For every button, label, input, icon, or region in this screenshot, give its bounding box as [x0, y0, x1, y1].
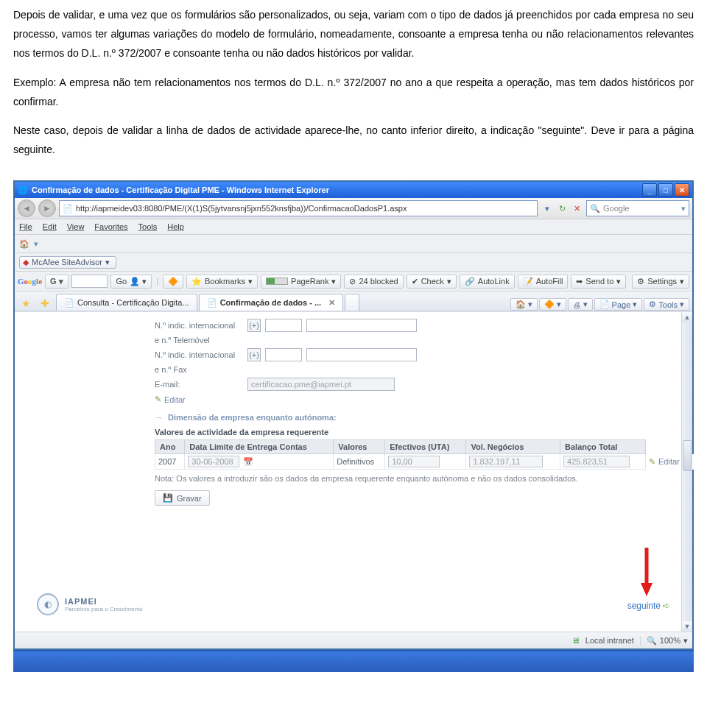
links-dropdown-icon[interactable]: ▾: [34, 239, 38, 249]
google-bookmarks-button[interactable]: ⭐ Bookmarks ▾: [186, 275, 258, 289]
input-indic-1[interactable]: [265, 319, 302, 332]
url-dropdown-icon[interactable]: ▾: [541, 202, 554, 215]
subhead-valores: Valores de actividade da empresa requere…: [155, 428, 685, 437]
google-sendto-button[interactable]: ➡ Send to ▾: [571, 275, 626, 289]
iapmei-name: IAPMEI: [65, 597, 143, 606]
activity-table: Ano Data Limite de Entrega Contas Valore…: [155, 439, 707, 470]
command-bar: 🏠 🔶 🖨 📄 Page ⚙ Tools: [510, 298, 689, 311]
input-vneg[interactable]: 1.832.197,11: [469, 456, 543, 467]
plus-icon[interactable]: (+): [247, 319, 261, 332]
google-feed-button[interactable]: 🔶: [163, 275, 183, 289]
cell-efectivos: 10,00: [385, 454, 466, 470]
plus-icon[interactable]: (+): [247, 348, 261, 361]
google-autofill-button[interactable]: 📝 AutoFill: [518, 275, 569, 289]
editar-link-1[interactable]: ✎ Editar: [155, 395, 186, 404]
input-fax[interactable]: [306, 348, 417, 361]
tab-confirmacao[interactable]: 📄 Confirmação de dados - ... ✕: [199, 294, 344, 311]
search-dropdown-icon[interactable]: ▾: [681, 204, 686, 213]
zoom-icon: 🔍: [647, 636, 657, 646]
menu-file[interactable]: File: [19, 222, 32, 231]
zoom-control[interactable]: 🔍 100% ▾: [640, 636, 688, 646]
google-toolbar: Google G ▾ Go 👤 ▾ | 🔶 ⭐ Bookmarks ▾ Page…: [15, 272, 692, 291]
input-efectivos[interactable]: 10,00: [388, 456, 440, 467]
seguinte-link[interactable]: seguinte ➪: [627, 601, 670, 611]
col-valores: Valores: [334, 440, 385, 454]
document-body: Depois de validar, e uma vez que os form…: [0, 0, 707, 180]
col-balanco: Balanço Total: [560, 440, 646, 454]
iapmei-logo-icon: ◐: [37, 593, 59, 615]
url-text: http://iapmeidev03:8080/PME/(X(1)S(5jytv…: [76, 204, 407, 213]
tab-page-icon: 📄: [64, 298, 74, 308]
refresh-button[interactable]: ↻: [555, 202, 569, 215]
google-pagerank-button[interactable]: PageRank ▾: [261, 275, 341, 289]
home-shortcut-icon[interactable]: 🏠: [19, 239, 29, 249]
stop-button[interactable]: ✕: [570, 202, 583, 215]
google-autolink-button[interactable]: 🔗 AutoLink: [460, 275, 515, 289]
scroll-down-button[interactable]: ▼: [682, 621, 692, 632]
back-button[interactable]: ◄: [18, 199, 35, 217]
label-telemovel: e n.º Telemóvel: [155, 336, 243, 344]
label-indic-1: N.º indic. internacional: [155, 321, 243, 330]
row-fax-indic: N.º indic. internacional (+): [155, 347, 685, 362]
label-email: E-mail:: [155, 380, 243, 389]
seguinte-label: seguinte: [627, 601, 661, 611]
google-search-input[interactable]: [71, 275, 108, 288]
minimize-button[interactable]: _: [642, 183, 657, 197]
row-telemovel: e n.º Telemóvel: [155, 333, 685, 347]
new-tab-button[interactable]: [345, 294, 359, 311]
menu-help[interactable]: Help: [167, 222, 184, 231]
feeds-button[interactable]: 🔶: [539, 298, 566, 311]
title-bar: 🌐 Confirmação de dados - Certificação Di…: [15, 182, 692, 198]
scroll-thumb[interactable]: [683, 440, 692, 471]
close-button[interactable]: ✕: [675, 183, 689, 197]
google-go-button[interactable]: Go 👤 ▾: [110, 275, 152, 289]
search-input[interactable]: 🔍 Google ▾: [586, 200, 689, 216]
menu-edit[interactable]: Edit: [43, 222, 57, 231]
page-content: » N.º indic. internacional (+) e n.º Tel…: [15, 311, 692, 632]
vertical-scrollbar[interactable]: ▲ ▼: [681, 312, 692, 632]
zoom-dropdown-icon[interactable]: ▾: [683, 636, 688, 646]
forward-button[interactable]: ►: [38, 199, 56, 217]
security-zone-icon: 🖥: [571, 636, 580, 645]
tab-consulta[interactable]: 📄 Consulta - Certificação Digita...: [56, 294, 197, 311]
input-tel-1[interactable]: [306, 319, 417, 332]
google-brand-dropdown[interactable]: G ▾: [45, 275, 68, 289]
tab-close-icon[interactable]: ✕: [328, 298, 335, 308]
google-logo: Google: [18, 277, 42, 286]
menu-favorites[interactable]: Favorites: [94, 222, 127, 231]
col-efectivos: Efectivos (UTA): [385, 440, 466, 454]
row-fax-label: e n.º Fax: [155, 362, 685, 377]
print-button[interactable]: 🖨: [568, 298, 593, 311]
maximize-button[interactable]: □: [658, 183, 673, 197]
page-icon: 📄: [63, 204, 73, 213]
ie-logo-icon: 🌐: [18, 185, 28, 195]
note-text: Nota: Os valores a introduzir são os dad…: [155, 474, 685, 483]
editar-link-row[interactable]: ✎ Editar: [649, 457, 680, 467]
page-menu-button[interactable]: 📄 Page: [594, 298, 643, 311]
home-button[interactable]: 🏠: [510, 298, 538, 311]
input-data[interactable]: 30-06-2008: [188, 456, 239, 467]
input-balanco[interactable]: 425.823,51: [563, 456, 630, 467]
calendar-icon[interactable]: 📅: [243, 457, 253, 466]
iapmei-slogan: Parceiros para o Crescimento: [65, 606, 143, 612]
url-input[interactable]: 📄 http://iapmeidev03:8080/PME/(X(1)S(5jy…: [59, 200, 538, 216]
search-icon: 🔍: [590, 204, 600, 213]
favorites-star-icon[interactable]: ★: [18, 296, 34, 311]
google-settings-button[interactable]: ⚙ Settings ▾: [632, 275, 689, 289]
google-blocked-button[interactable]: ⊘ 24 blocked: [344, 275, 403, 289]
input-email[interactable]: certificacao.pme@iapmei.pt: [247, 378, 395, 391]
input-indic-2[interactable]: [265, 348, 302, 361]
add-favorites-icon[interactable]: ✚: [37, 296, 53, 311]
tab-confirmacao-label: Confirmação de dados - ...: [220, 298, 322, 307]
zoom-value: 100%: [660, 636, 680, 645]
google-check-button[interactable]: ✔ Check ▾: [407, 275, 457, 289]
search-placeholder: Google: [603, 204, 629, 213]
menu-tools[interactable]: Tools: [138, 222, 158, 231]
tools-menu-button[interactable]: ⚙ Tools: [644, 298, 689, 311]
menu-view[interactable]: View: [67, 222, 85, 231]
gravar-button[interactable]: 💾 Gravar: [155, 490, 210, 506]
siteadvisor-button[interactable]: ◆ McAfee SiteAdvisor ▾: [19, 256, 116, 269]
table-row: 2007 30-06-2008 📅 Definitivos 10,00 1.83…: [155, 454, 708, 470]
tab-consulta-label: Consulta - Certificação Digita...: [77, 298, 189, 307]
scroll-up-button[interactable]: ▲: [682, 312, 692, 322]
